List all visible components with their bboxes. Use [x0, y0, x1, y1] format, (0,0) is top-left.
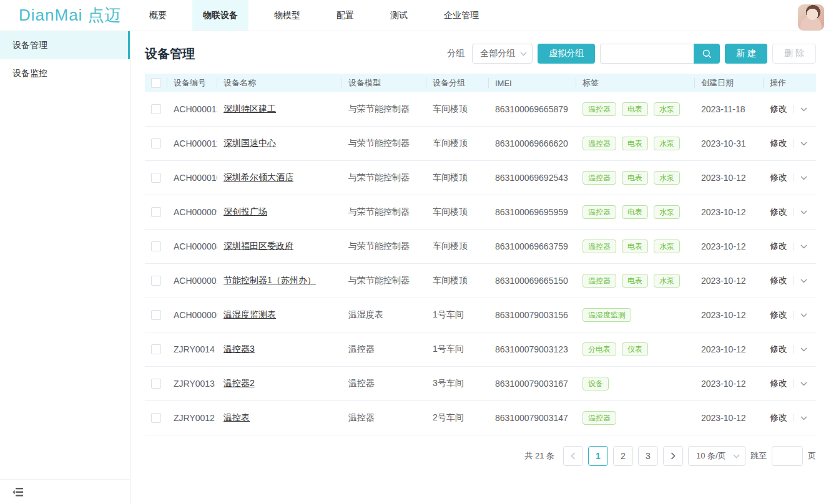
more-actions-chevron-icon[interactable]: [800, 382, 807, 386]
modify-link[interactable]: 修改: [770, 412, 787, 424]
nav-item-测试[interactable]: 测试: [380, 0, 418, 31]
device-name-link[interactable]: 深圳特区建工: [224, 104, 276, 115]
device-table: 设备编号设备名称设备模型设备分组IMEI标签创建日期操作 ACH000012深圳…: [145, 74, 816, 435]
more-actions-chevron-icon[interactable]: [800, 313, 807, 317]
tag-badge: 电表: [622, 274, 648, 288]
row-checkbox[interactable]: [151, 173, 161, 183]
row-checkbox[interactable]: [151, 276, 161, 286]
more-actions-chevron-icon[interactable]: [800, 176, 807, 180]
modify-link[interactable]: 修改: [770, 344, 787, 355]
modify-link[interactable]: 修改: [770, 241, 787, 252]
modify-link[interactable]: 修改: [770, 378, 787, 389]
jump-label: 跳至: [750, 450, 767, 462]
device-name-cell: 深圳国速中心: [217, 127, 342, 160]
create-button[interactable]: 新 建: [725, 44, 767, 64]
page-button-1[interactable]: 1: [588, 446, 608, 466]
device-name-link[interactable]: 温控器3: [224, 344, 255, 355]
create-date-cell: 2023-10-12: [695, 230, 764, 263]
toolbar: 分组 全部分组 虚拟分组 新 建 删 除: [447, 44, 816, 64]
nav-item-概要[interactable]: 概要: [139, 0, 177, 31]
device-name-link[interactable]: 深圳希尔顿大酒店: [224, 172, 293, 183]
actions-cell: 修改: [764, 298, 816, 332]
device-name-cell: 深圳福田区委政府: [217, 230, 342, 263]
table-row: ACH000011深圳国速中心与荣节能控制器车间楼顶86310006966662…: [145, 127, 816, 161]
tags-cell: 温控器电表水泵: [576, 195, 695, 229]
row-checkbox-cell: [145, 401, 167, 435]
more-actions-chevron-icon[interactable]: [800, 245, 807, 249]
delete-button[interactable]: 删 除: [772, 44, 816, 64]
device-name-link[interactable]: 温控器2: [224, 378, 255, 389]
device-name-cell: 节能控制器1（苏州办）: [217, 264, 342, 298]
top-nav: 概要物联设备物模型配置测试企业管理: [131, 0, 497, 31]
row-checkbox[interactable]: [151, 104, 161, 114]
device-name-link[interactable]: 温控表: [224, 412, 250, 424]
more-actions-chevron-icon[interactable]: [800, 347, 807, 352]
column-header: 设备编号: [167, 74, 217, 92]
nav-item-企业管理[interactable]: 企业管理: [433, 0, 489, 31]
device-name-link[interactable]: 节能控制器1（苏州办）: [224, 275, 316, 286]
more-actions-chevron-icon[interactable]: [800, 210, 807, 215]
nav-item-物联设备[interactable]: 物联设备: [192, 0, 248, 31]
nav-item-物模型[interactable]: 物模型: [263, 0, 311, 31]
row-checkbox-cell: [145, 332, 167, 366]
row-checkbox[interactable]: [151, 413, 161, 423]
table-row: ACH000008深圳福田区委政府与荣节能控制器车间楼顶863100069663…: [145, 230, 816, 264]
tag-badge: 水泵: [654, 102, 680, 116]
sidebar-item-设备管理[interactable]: 设备管理: [0, 31, 130, 59]
more-actions-chevron-icon[interactable]: [800, 107, 807, 112]
row-checkbox[interactable]: [151, 241, 161, 251]
group-select[interactable]: 全部分组: [472, 44, 533, 64]
more-actions-chevron-icon[interactable]: [800, 142, 807, 146]
row-checkbox[interactable]: [151, 310, 161, 320]
tag-badge: 电表: [622, 171, 648, 185]
device-name-link[interactable]: 深创投广场: [224, 206, 267, 218]
search-input[interactable]: [600, 44, 694, 64]
prev-page-icon: [571, 452, 576, 460]
virtual-group-button[interactable]: 虚拟分组: [538, 44, 595, 64]
sidebar-item-设备监控[interactable]: 设备监控: [0, 59, 130, 87]
page-button-2[interactable]: 2: [613, 446, 633, 466]
modify-link[interactable]: 修改: [770, 104, 787, 115]
device-name-link[interactable]: 深圳福田区委政府: [224, 241, 293, 252]
device-code-cell: ZJRY0013: [167, 367, 217, 400]
row-checkbox[interactable]: [151, 138, 161, 148]
modify-link[interactable]: 修改: [770, 309, 787, 321]
device-name-link[interactable]: 深圳国速中心: [224, 138, 276, 149]
more-actions-chevron-icon[interactable]: [800, 416, 807, 420]
tags-cell: 温控器电表水泵: [576, 230, 695, 263]
action-divider: [794, 139, 794, 148]
jump-page-input[interactable]: [772, 446, 803, 466]
actions-cell: 修改: [764, 264, 816, 298]
more-actions-chevron-icon[interactable]: [800, 279, 807, 283]
nav-item-配置[interactable]: 配置: [326, 0, 365, 31]
tag-badge: 温控器: [583, 274, 616, 288]
page-size-select[interactable]: 10 条/页: [688, 446, 745, 466]
tag-badge: 温控器: [583, 137, 616, 150]
column-header: 设备名称: [217, 74, 342, 92]
search-button[interactable]: [694, 44, 720, 64]
tag-badge: 温控器: [583, 102, 616, 116]
modify-link[interactable]: 修改: [770, 172, 787, 183]
page-button-3[interactable]: 3: [638, 446, 658, 466]
action-divider: [794, 345, 794, 354]
select-all-checkbox[interactable]: [151, 78, 161, 88]
modify-link[interactable]: 修改: [770, 138, 787, 149]
column-header: 操作: [764, 74, 816, 92]
action-divider: [794, 208, 794, 216]
device-name-link[interactable]: 温湿度监测表: [224, 309, 276, 321]
device-name-cell: 深圳特区建工: [217, 92, 342, 126]
row-checkbox[interactable]: [151, 207, 161, 217]
next-page-button[interactable]: [663, 446, 683, 466]
device-model-cell: 温控器: [342, 332, 426, 366]
device-code-cell: ACH000009: [167, 195, 217, 229]
tags-cell: 温控器: [576, 401, 695, 435]
row-checkbox[interactable]: [151, 344, 161, 354]
row-checkbox-cell: [145, 127, 167, 160]
modify-link[interactable]: 修改: [770, 275, 787, 286]
user-avatar[interactable]: [798, 4, 824, 31]
modify-link[interactable]: 修改: [770, 206, 787, 218]
tag-badge: 电表: [622, 102, 648, 116]
row-checkbox[interactable]: [151, 379, 161, 389]
collapse-sidebar-icon[interactable]: [12, 487, 24, 497]
prev-page-button[interactable]: [563, 446, 583, 466]
